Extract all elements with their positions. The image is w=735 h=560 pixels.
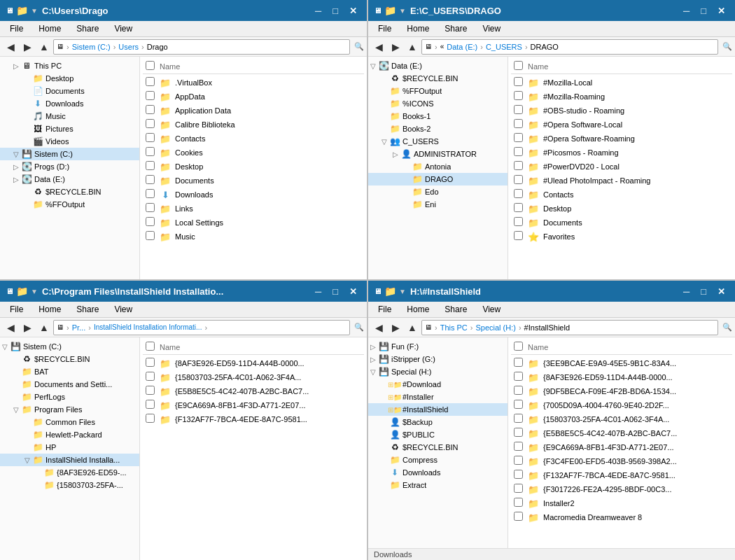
menu-share-3[interactable]: Share: [69, 303, 106, 316]
addr-part2-1[interactable]: Users: [118, 43, 139, 51]
file-desktop2[interactable]: 📁 Desktop: [511, 202, 732, 216]
file-powerdvd[interactable]: 📁 #PowerDVD20 - Local: [511, 160, 732, 174]
tree-datae[interactable]: ▷ 💽 Data (E:): [0, 173, 139, 186]
tree-antonia[interactable]: 📁 Antonia: [368, 160, 507, 173]
tree-downloads[interactable]: ⬇ Downloads: [0, 97, 139, 110]
addr-part1-4[interactable]: This PC: [440, 323, 468, 332]
tree-hashinstallshield[interactable]: ⊞📁 #InstallShield: [368, 403, 507, 416]
tree-pictures[interactable]: 🖼 Pictures: [0, 122, 139, 135]
close-btn-2[interactable]: ✕: [713, 6, 729, 16]
addr-part2-4[interactable]: Special (H:): [475, 323, 515, 332]
file-picosmos[interactable]: 📁 #Picosmos - Roaming: [511, 146, 732, 160]
file-guid9-4[interactable]: 📁 {F132AF7F-7BCA-4EDE-8A7C-9581...: [511, 468, 732, 482]
tree-guid1-3[interactable]: 📁 {8AF3E926-ED59-...: [0, 466, 139, 479]
addr-part3-2[interactable]: DRAGO: [531, 43, 559, 51]
back-btn-2[interactable]: ◀: [371, 39, 386, 55]
file-item-localsettings[interactable]: 📁 Local Settings: [143, 216, 364, 230]
tree-installshield-3[interactable]: ▽ 📁 InstallShield Installa...: [0, 454, 139, 466]
tree-hponly-3[interactable]: 📁 HP: [0, 441, 139, 454]
file-contacts2[interactable]: 📁 Contacts: [511, 188, 732, 202]
file-macromedia[interactable]: 📁 Macromedia Dreamweaver 8: [511, 510, 732, 524]
minimize-btn-4[interactable]: ─: [679, 286, 694, 297]
tree-recycle-h[interactable]: ♻ $RECYCLE.BIN: [368, 441, 507, 454]
select-all-3[interactable]: [146, 342, 155, 351]
addr-part1-1[interactable]: Sistem (C:): [72, 43, 111, 51]
file-item-virtualbox[interactable]: 📁 .VirtualBox: [143, 76, 364, 90]
file-opera-roaming[interactable]: 📁 #Opera Software-Roaming: [511, 132, 732, 146]
back-btn-4[interactable]: ◀: [371, 320, 386, 335]
tree-desktop[interactable]: 📁 Desktop: [0, 72, 139, 85]
file-favorites[interactable]: ⭐ Favorites: [511, 230, 732, 244]
file-installer2[interactable]: 📁 Installer2: [511, 496, 732, 510]
tree-recycle1[interactable]: ♻ $RECYCLE.BIN: [0, 186, 139, 198]
back-btn-3[interactable]: ◀: [3, 320, 18, 335]
file-item-appdata2[interactable]: 📁 Application Data: [143, 104, 364, 118]
tree-recycle-e[interactable]: ♻ $RECYCLE.BIN: [368, 72, 507, 85]
addr-part3-4[interactable]: #InstallShield: [524, 323, 570, 332]
tree-ffoutput1[interactable]: 📁 %FFOutput: [0, 198, 139, 211]
tree-sistemc[interactable]: ▽ 💾 Sistem (C:): [0, 148, 139, 160]
search-icon-2[interactable]: 🔍: [722, 42, 732, 51]
file-item-docs1[interactable]: 📁 Documents: [143, 174, 364, 188]
address-bar-3[interactable]: 🖥 › Pr... › InstallShield Installation I…: [53, 320, 350, 335]
file-item-links[interactable]: 📁 Links: [143, 202, 364, 216]
forward-btn-4[interactable]: ▶: [388, 320, 403, 335]
file-guid2-4[interactable]: 📁 {8AF3E926-ED59-11D4-A44B-0000...: [511, 370, 732, 384]
addr-part2-3[interactable]: InstallShield Installation Informati...: [94, 323, 202, 331]
menu-file-1[interactable]: File: [3, 22, 30, 35]
file-item-music1[interactable]: 📁 Music: [143, 230, 364, 244]
file-obs-roaming[interactable]: 📁 #OBS-studio - Roaming: [511, 104, 732, 118]
menu-home-2[interactable]: Home: [400, 22, 436, 35]
menu-file-2[interactable]: File: [371, 22, 398, 35]
search-icon-4[interactable]: 🔍: [722, 323, 732, 332]
file-ulead[interactable]: 📁 #Ulead PhotoImpact - Roaming: [511, 174, 732, 188]
menu-home-4[interactable]: Home: [400, 303, 436, 316]
tree-documents[interactable]: 📄 Documents: [0, 85, 139, 97]
menu-view-3[interactable]: View: [107, 303, 139, 316]
tree-hp-3[interactable]: 📁 Hewlett-Packard: [0, 428, 139, 441]
minimize-btn-1[interactable]: ─: [311, 6, 326, 16]
file-item-desktop1[interactable]: 📁 Desktop: [143, 160, 364, 174]
close-btn-3[interactable]: ✕: [345, 286, 361, 297]
tree-cusers[interactable]: ▽ 👥 C_USERS: [368, 135, 507, 148]
tree-books1[interactable]: 📁 Books-1: [368, 110, 507, 122]
tree-recycle-3[interactable]: ♻ $RECYCLE.BIN: [0, 353, 139, 365]
tree-istripperg[interactable]: ▷ 💾 iStripper (G:): [368, 353, 507, 365]
file-guid4-4[interactable]: 📁 {7005D09A-4004-4760-9E40-2D2F...: [511, 398, 732, 412]
tree-thispc[interactable]: ▷ 🖥 This PC: [0, 59, 139, 72]
up-btn-4[interactable]: ▲: [405, 320, 420, 335]
file-item-appdata[interactable]: 📁 AppData: [143, 90, 364, 104]
tree-ffoutput-e[interactable]: 📁 %FFOutput: [368, 85, 507, 97]
forward-btn-2[interactable]: ▶: [388, 39, 403, 55]
select-all-1[interactable]: [146, 61, 155, 70]
minimize-btn-3[interactable]: ─: [311, 286, 326, 297]
tree-hashinstaller[interactable]: ⊞📁 #Installer: [368, 391, 507, 403]
file-guid5-3[interactable]: 📁 {F132AF7F-7BCA-4EDE-8A7C-9581...: [143, 412, 364, 426]
menu-view-4[interactable]: View: [475, 303, 507, 316]
close-btn-4[interactable]: ✕: [713, 286, 729, 297]
tree-perflogs-3[interactable]: 📁 PerfLogs: [0, 391, 139, 403]
tree-compress[interactable]: 📁 Compress: [368, 454, 507, 466]
menu-home-3[interactable]: Home: [31, 303, 68, 316]
tree-administrator[interactable]: ▷ 👤 ADMINISTRATOR: [368, 148, 507, 160]
file-guid3-4[interactable]: 📁 {9DF5BECA-F09E-4F2B-BD6A-1534...: [511, 384, 732, 398]
tree-drago[interactable]: 📁 DRAGO: [368, 173, 507, 186]
file-guid7-4[interactable]: 📁 {E9CA669A-8FB1-4F3D-A771-2E07...: [511, 440, 732, 454]
menu-view-2[interactable]: View: [475, 22, 507, 35]
tree-docsandsettings-3[interactable]: 📁 Documents and Setti...: [0, 378, 139, 391]
address-bar-2[interactable]: 🖥 › « Data (E:) › C_USERS › DRAGO: [421, 39, 718, 55]
select-all-4[interactable]: [514, 342, 523, 351]
maximize-btn-1[interactable]: □: [328, 6, 342, 16]
tree-progfiles-3[interactable]: ▽ 📁 Program Files: [0, 403, 139, 416]
menu-home-1[interactable]: Home: [31, 22, 68, 35]
menu-share-1[interactable]: Share: [69, 22, 106, 35]
tree-sistemc-3[interactable]: ▽ 💾 Sistem (C:): [0, 340, 139, 353]
file-guid2-3[interactable]: 📁 {15803703-25FA-4C01-A062-3F4A...: [143, 370, 364, 384]
tree-books2[interactable]: 📁 Books-2: [368, 122, 507, 135]
tree-datae-root[interactable]: ▽ 💽 Data (E:): [368, 59, 507, 72]
search-icon-1[interactable]: 🔍: [354, 42, 364, 51]
menu-file-3[interactable]: File: [3, 303, 30, 316]
addr-part3-1[interactable]: Drago: [147, 43, 168, 51]
up-btn-1[interactable]: ▲: [36, 39, 52, 55]
file-guid8-4[interactable]: 📁 {F3C4FE00-EFD5-403B-9569-398A2...: [511, 454, 732, 468]
